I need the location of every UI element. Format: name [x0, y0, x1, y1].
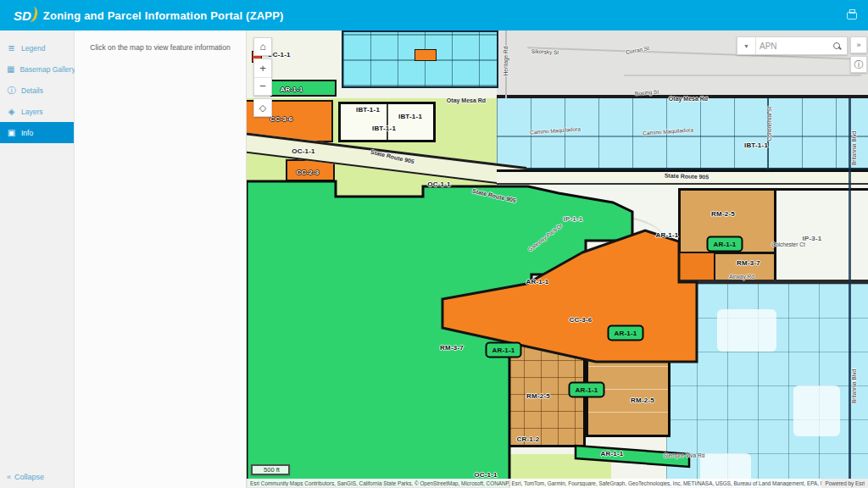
- road-label: Heritage Rd: [503, 47, 509, 76]
- zone-label: RM-2-5: [631, 396, 654, 404]
- expand-button[interactable]: »: [850, 36, 867, 53]
- sidebar-item-label: Basemap Gallery: [19, 65, 75, 74]
- map-info-button[interactable]: ⓘ: [850, 56, 867, 73]
- sidebar-item-layers[interactable]: ◈ Layers: [0, 101, 74, 122]
- sd-logo: SD: [14, 8, 31, 23]
- zone-ip11: [497, 185, 679, 280]
- info-panel-message: Click on the map to view feature informa…: [75, 30, 246, 52]
- locate-icon: ◇: [259, 103, 266, 114]
- plus-icon: +: [259, 62, 266, 75]
- zone-label: IP-1-1: [564, 215, 583, 223]
- zone-label: OC-1-1: [474, 471, 497, 479]
- sidebar-item-label: Details: [21, 86, 43, 95]
- attribution-text: Esri Community Maps Contributors, SanGIS…: [247, 480, 821, 486]
- chevron-down-icon: ▼: [743, 43, 749, 49]
- search-bar: ▼: [737, 36, 848, 55]
- info-doc-icon: ▣: [7, 128, 16, 137]
- zone-label: CC-2-3: [297, 169, 320, 176]
- search-button[interactable]: [826, 37, 847, 54]
- collapse-button[interactable]: «Collapse: [7, 473, 44, 481]
- zone-label: RM-2-5: [711, 210, 735, 218]
- zone-label: AR-1-1: [656, 231, 679, 239]
- zone-label: CR-1-2: [517, 435, 540, 443]
- zone-label: IBT-1-1: [372, 125, 396, 132]
- locate-button[interactable]: ◇: [253, 98, 272, 117]
- search-icon: [833, 42, 841, 50]
- zone-label: AR-1-1: [526, 278, 549, 286]
- details-info-icon: ⓘ: [7, 85, 16, 97]
- parcel-orange-small: [415, 49, 437, 61]
- road-label: Otay Mesa Rd: [447, 97, 486, 103]
- app-header: SD Zoning and Parcel Information Portal …: [0, 0, 868, 30]
- legend-list-icon: ≣: [7, 43, 16, 53]
- zone-ip31: [776, 188, 868, 283]
- app-title: Zoning and Parcel Information Portal (ZA…: [43, 9, 284, 22]
- map-canvas[interactable]: OC-1-1 AR-1-1 CC-3-6 IBT-1-1 IBT-1-1 IBT…: [247, 30, 868, 488]
- zone-label: CC-3-6: [570, 316, 593, 324]
- zone-label: IP-3-1: [803, 235, 822, 242]
- sidebar-item-basemap-gallery[interactable]: ▦ Basemap Gallery: [0, 58, 74, 80]
- zoom-in-button[interactable]: +: [254, 59, 271, 77]
- info-circle-icon: ⓘ: [854, 58, 864, 71]
- zoom-out-button[interactable]: −: [254, 77, 271, 95]
- powered-by-esri: Powered by Esri: [821, 479, 868, 488]
- home-icon: ⌂: [259, 41, 265, 53]
- road-label: Siempre Viva Rd: [664, 452, 705, 458]
- attribution-bar: Esri Community Maps Contributors, SanGIS…: [247, 479, 868, 488]
- zone-label: RM-3-7: [440, 344, 464, 352]
- basemap-grid-icon: ▦: [7, 64, 14, 74]
- print-icon[interactable]: [844, 8, 860, 23]
- road-label: Colchester Ct: [771, 241, 804, 247]
- sidebar: ≣ Legend ▦ Basemap Gallery ⓘ Details ◈ L…: [0, 30, 75, 488]
- chevron-left-icon: «: [7, 473, 11, 481]
- double-chevron-right-icon: »: [856, 41, 860, 49]
- sidebar-item-info[interactable]: ▣ Info: [0, 122, 74, 143]
- zone-label: OC-1-1: [292, 147, 314, 155]
- road-label: Continental St: [766, 107, 772, 141]
- info-panel: Click on the map to view feature informa…: [75, 30, 247, 488]
- layers-icon: ◈: [7, 107, 16, 116]
- road-label: Britannia Blvd: [851, 369, 857, 403]
- zone-label: AR-1-1: [281, 86, 303, 93]
- sidebar-item-label: Layers: [21, 108, 43, 116]
- road-label: Airway Rd: [729, 274, 754, 280]
- search-input[interactable]: [756, 37, 826, 54]
- minus-icon: −: [259, 80, 266, 92]
- zone-label: IBT-1-1: [744, 141, 768, 149]
- zone-label-badge: AR-1-1: [486, 342, 522, 358]
- search-type-dropdown[interactable]: ▼: [737, 37, 756, 54]
- scale-bar: 500 ft: [251, 464, 290, 475]
- sidebar-item-legend[interactable]: ≣ Legend: [0, 37, 74, 58]
- sidebar-item-label: Info: [21, 129, 33, 137]
- zone-label: OC-1-1: [427, 180, 450, 188]
- zone-label: IBT-1-1: [398, 113, 422, 120]
- zone-ibt-cyan-band: [497, 98, 868, 169]
- sidebar-item-details[interactable]: ⓘ Details: [0, 80, 74, 101]
- road-label: Otay Mesa Rd: [669, 96, 708, 102]
- zone-label-badge: AR-1-1: [608, 325, 644, 341]
- zoom-controls: + −: [253, 58, 272, 96]
- road-label: Britannia Blvd: [851, 131, 857, 165]
- zone-label-badge: AR-1-1: [707, 236, 743, 252]
- zone-label: CC-3-6: [270, 115, 293, 123]
- sidebar-item-label: Legend: [21, 44, 45, 53]
- zone-label: RM-2-5: [526, 392, 550, 400]
- zone-label: AR-1-1: [601, 450, 624, 458]
- zone-ibt-white-parcels: [338, 102, 436, 142]
- home-button[interactable]: ⌂: [253, 37, 272, 56]
- zone-label: IBT-1-1: [356, 106, 380, 114]
- zone-label: RM-3-7: [737, 259, 760, 267]
- zone-label-badge: AR-1-1: [569, 382, 605, 398]
